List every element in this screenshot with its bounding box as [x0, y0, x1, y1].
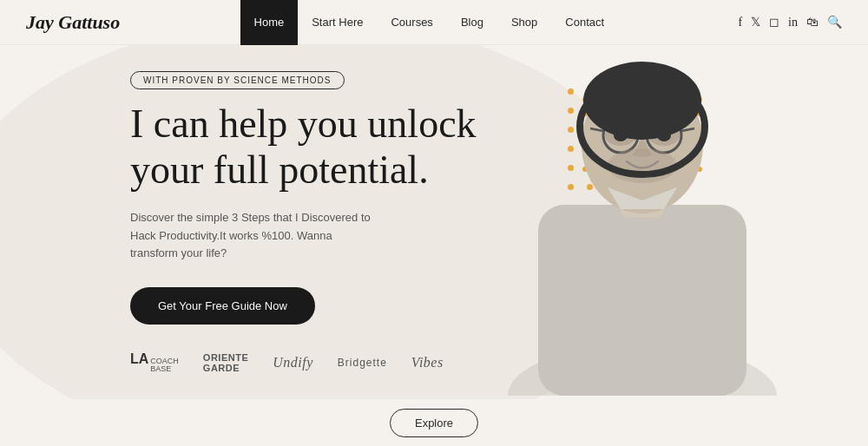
nav-contact[interactable]: Contact [551, 0, 618, 45]
nav-courses[interactable]: Courses [377, 0, 446, 45]
instagram-icon[interactable]: ◻ [769, 15, 779, 30]
nav-blog[interactable]: Blog [447, 0, 497, 45]
search-icon[interactable]: 🔍 [827, 15, 842, 30]
brand-la-text: LA [130, 351, 148, 367]
navbar: Jay Gattuso Home Start Here Courses Blog… [0, 0, 868, 45]
person-svg [486, 45, 799, 396]
site-logo[interactable]: Jay Gattuso [26, 11, 120, 34]
cart-icon[interactable]: 🛍 [806, 16, 819, 30]
explore-section: Explore [390, 409, 478, 437]
svg-point-14 [583, 62, 701, 140]
hero-person-figure [486, 45, 799, 399]
brand-vibes: Vibes [411, 355, 444, 371]
nav-shop[interactable]: Shop [497, 0, 551, 45]
hero-badge: WITH PROVEN BY SCIENCE METHODS [130, 71, 345, 89]
nav-links: Home Start Here Courses Blog Shop Contac… [240, 0, 619, 45]
twitter-icon[interactable]: 𝕏 [751, 15, 760, 30]
nav-home[interactable]: Home [240, 0, 299, 45]
linkedin-icon[interactable]: in [788, 16, 798, 30]
explore-button[interactable]: Explore [390, 409, 478, 437]
facebook-icon[interactable]: f [738, 16, 742, 30]
nav-start-here[interactable]: Start Here [298, 0, 377, 45]
brand-undify: Undify [273, 355, 313, 371]
hero-section: // Generate dots const grid = document.q… [0, 45, 868, 399]
hero-title: I can help you unlock your full potentia… [130, 102, 495, 193]
cta-button[interactable]: Get Your Free Guide Now [130, 287, 315, 325]
hero-content: WITH PROVEN BY SCIENCE METHODS I can hel… [130, 71, 495, 325]
svg-rect-1 [538, 205, 746, 396]
brand-oriente: OrienteGarde [203, 352, 248, 373]
brand-bridgette: Bridgette [338, 357, 387, 369]
hero-subtitle: Discover the simple 3 Steps that I Disco… [130, 209, 373, 263]
nav-social-icons: f 𝕏 ◻ in 🛍 🔍 [738, 15, 842, 30]
brands-row: LA COACHBASE OrienteGarde Undify Bridget… [130, 351, 444, 373]
brand-la-coach: LA COACHBASE [130, 351, 179, 373]
